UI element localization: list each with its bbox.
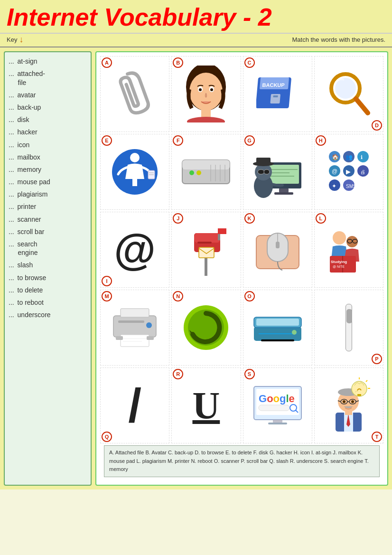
cell-E: E <box>100 134 169 210</box>
magnify-svg <box>327 70 370 118</box>
svg-rect-22 <box>182 160 230 169</box>
paperclip-svg <box>116 68 154 120</box>
plagiarism-svg: Studying @ NITE <box>326 224 371 276</box>
svg-point-115 <box>343 400 345 403</box>
svg-text:@: @ <box>332 168 337 175</box>
svg-text:🖨: 🖨 <box>360 169 365 175</box>
svg-rect-6 <box>201 109 211 118</box>
avatar-icon-container <box>172 56 240 132</box>
svg-point-5 <box>210 88 213 91</box>
cell-P: P <box>314 290 383 366</box>
svg-line-15 <box>356 99 368 113</box>
label-S: S <box>244 369 255 379</box>
slash-char: / <box>128 378 141 433</box>
vocab-list: ... at-sign ... attached- file ... avata… <box>4 51 92 486</box>
svg-rect-99 <box>259 405 289 411</box>
image-grid: A B <box>100 56 383 443</box>
delete-svg <box>111 146 159 198</box>
svg-point-23 <box>189 170 194 175</box>
cell-L: L Studying @ NITE <box>314 212 383 288</box>
label-L: L <box>316 213 326 224</box>
svg-rect-12 <box>273 95 278 97</box>
cell-M: M <box>100 290 169 366</box>
disk-svg <box>180 155 232 188</box>
match-instruction: Match the words with the pictures. <box>292 36 385 43</box>
svg-rect-62 <box>218 228 226 234</box>
cell-D: D <box>314 56 383 132</box>
svg-text:SMS: SMS <box>346 184 356 189</box>
svg-rect-79 <box>121 309 149 317</box>
key-arrow-icon: ↓ <box>19 35 23 45</box>
cell-R: R U <box>171 367 241 443</box>
mousepad-icon-container <box>243 212 312 287</box>
vocab-item-scanner: ... scanner <box>9 215 87 224</box>
searchengine-icon-container: Google <box>243 368 312 443</box>
svg-rect-95 <box>261 339 294 341</box>
svg-rect-85 <box>116 336 123 340</box>
disk-icon-container <box>172 134 240 209</box>
svg-rect-92 <box>256 319 299 326</box>
vocab-item-searchengine: ... search engine <box>9 240 87 257</box>
vocab-item-underscore: ... underscore <box>9 310 87 319</box>
cell-Q: Q / <box>100 367 169 443</box>
scrollbar-icon-container <box>315 290 383 365</box>
svg-rect-102 <box>273 420 282 423</box>
vocab-item-memory: ... memory <box>9 165 87 174</box>
svg-point-1 <box>189 73 223 111</box>
plagiarism-icon-container: Studying @ NITE <box>315 212 383 287</box>
cell-G: G <box>243 134 312 210</box>
vocab-item-at-sign: ... at-sign <box>9 57 87 66</box>
svg-point-7 <box>187 117 225 122</box>
cell-O: O <box>243 290 312 366</box>
svg-text:✦: ✦ <box>332 183 336 189</box>
main-content: ... at-sign ... attached- file ... avata… <box>0 47 392 489</box>
svg-rect-30 <box>268 165 299 184</box>
cell-A: A <box>100 56 169 132</box>
label-K: K <box>244 213 255 224</box>
svg-rect-60 <box>194 233 220 243</box>
label-O: O <box>244 291 255 301</box>
sub-header: Key ↓ Match the words with the pictures. <box>0 34 392 47</box>
svg-point-46 <box>357 151 369 162</box>
cell-J: J <box>171 212 241 288</box>
vocab-item-reboot: ... to reboot <box>9 298 87 307</box>
vocab-item-browse: ... to browse <box>9 273 87 282</box>
svg-text:BACKUP: BACKUP <box>262 82 285 88</box>
picture-area: A B <box>95 51 388 486</box>
svg-text:Studying: Studying <box>331 260 347 264</box>
svg-text:👥: 👥 <box>345 153 353 160</box>
svg-rect-118 <box>357 394 361 396</box>
vocab-item-mousepad: ... mouse pad <box>9 178 87 186</box>
svg-rect-80 <box>121 335 149 347</box>
svg-rect-41 <box>256 158 271 164</box>
svg-point-39 <box>264 169 270 174</box>
slash-icon-container: / <box>101 368 169 443</box>
svg-rect-64 <box>199 247 214 258</box>
memory-svg <box>326 377 371 434</box>
scrollbar-visual <box>345 304 352 351</box>
caption-text: A. Attached file B. Avatar C. back-up D.… <box>109 450 369 472</box>
svg-text:▶: ▶ <box>346 168 351 175</box>
cell-H: H 🏠 👥 ℹ @ ▶ <box>314 134 383 210</box>
key-area: Key ↓ <box>7 35 23 45</box>
label-C: C <box>244 57 255 68</box>
svg-point-116 <box>351 400 354 403</box>
cell-B: B <box>171 56 241 132</box>
cell-I: I @ <box>100 212 169 288</box>
vocab-item-scrollbar: ... scroll bar <box>9 227 87 236</box>
mailbox-icon-container <box>172 212 240 287</box>
cell-F: F <box>171 134 241 210</box>
vocab-item-backup: ... back-up <box>9 103 87 112</box>
cell-S: S Google <box>243 367 312 443</box>
paperclip-icon-container <box>101 56 169 132</box>
svg-text:ℹ: ℹ <box>361 154 363 160</box>
underline-u-char: U <box>192 384 220 427</box>
vocab-item-hacker: ... hacker <box>9 128 87 136</box>
vocab-item-avatar: ... avatar <box>9 91 87 99</box>
reboot-icon-container <box>172 290 240 365</box>
vocab-item-mailbox: ... mailbox <box>9 153 87 161</box>
cell-C: C BACKUP <box>243 56 312 132</box>
hacker-icon-container <box>243 134 312 209</box>
printer-svg <box>109 304 161 351</box>
vocab-item-icon: ... icon <box>9 141 87 149</box>
